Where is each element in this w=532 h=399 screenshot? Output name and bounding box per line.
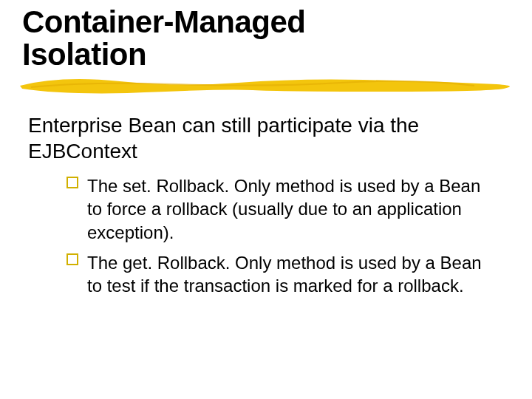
title-line-1: Container-Managed bbox=[22, 4, 306, 39]
title-underline bbox=[22, 75, 502, 99]
slide-title: Container-Managed Isolation bbox=[22, 6, 502, 71]
list-item-text: The set. Rollback. Only method is used b… bbox=[87, 176, 480, 242]
list-item: The set. Rollback. Only method is used b… bbox=[66, 174, 495, 244]
body-text: Enterprise Bean can still participate vi… bbox=[28, 112, 502, 164]
square-bullet-icon bbox=[66, 253, 78, 265]
title-line-2: Isolation bbox=[22, 37, 146, 72]
brushstroke-icon bbox=[16, 71, 532, 100]
slide: Container-Managed Isolation Enterprise B… bbox=[0, 0, 532, 399]
square-bullet-icon bbox=[66, 177, 78, 188]
list-item: The get. Rollback. Only method is used b… bbox=[66, 251, 495, 297]
list-item-text: The get. Rollback. Only method is used b… bbox=[87, 253, 482, 296]
bullet-list: The set. Rollback. Only method is used b… bbox=[22, 174, 502, 297]
